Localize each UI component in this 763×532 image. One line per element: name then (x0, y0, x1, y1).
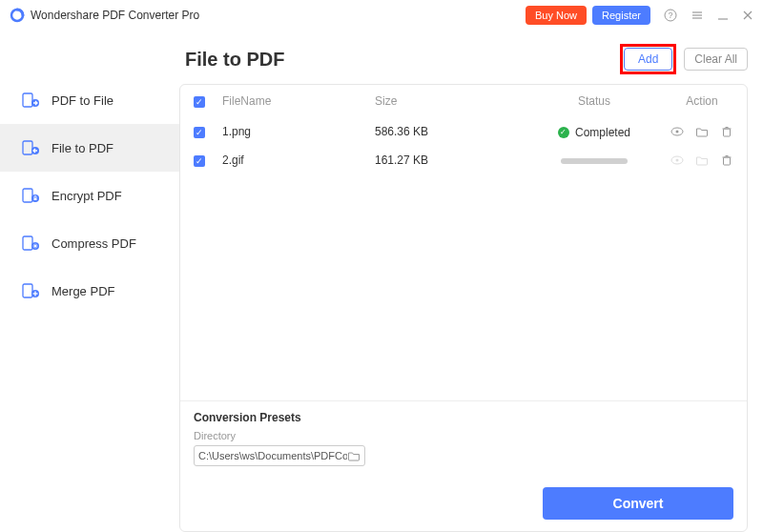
app-logo-icon (10, 8, 25, 23)
col-status: Status (518, 94, 670, 108)
main-header: File to PDF Add Clear All (179, 31, 748, 84)
table-row: 1.png 586.36 KB Completed (180, 117, 747, 146)
svg-rect-18 (23, 284, 32, 297)
row-status: Completed (518, 124, 670, 139)
conversion-presets: Conversion Presets Directory C:\Users\ws… (180, 400, 747, 476)
page-title: File to PDF (185, 49, 620, 71)
encrypt-pdf-icon (21, 186, 40, 205)
main-panel: File to PDF Add Clear All FileName Size … (179, 31, 763, 532)
sidebar: PDF to File File to PDF Encrypt PDF Comp… (0, 31, 179, 532)
sidebar-item-pdf-to-file[interactable]: PDF to File (0, 76, 179, 124)
presets-title: Conversion Presets (194, 411, 733, 424)
titlebar: Wondershare PDF Converter Pro Buy Now Re… (0, 0, 763, 31)
svg-text:?: ? (668, 10, 672, 20)
convert-button[interactable]: Convert (543, 487, 733, 520)
sidebar-item-encrypt-pdf[interactable]: Encrypt PDF (0, 172, 179, 219)
app-window: Wondershare PDF Converter Pro Buy Now Re… (0, 0, 763, 532)
row-size: 161.27 KB (375, 153, 518, 167)
app-title: Wondershare PDF Converter Pro (31, 9, 199, 22)
svg-rect-13 (23, 189, 32, 202)
register-button[interactable]: Register (592, 6, 650, 25)
preview-icon[interactable] (670, 125, 684, 138)
delete-icon[interactable] (720, 153, 733, 167)
svg-point-28 (676, 159, 679, 162)
close-icon[interactable] (742, 10, 753, 21)
empty-area (180, 174, 747, 400)
add-button[interactable]: Add (624, 48, 672, 71)
file-to-pdf-icon (21, 138, 40, 157)
col-filename: FileName (222, 94, 375, 108)
directory-value: C:\Users\ws\Documents\PDFConvert (198, 450, 347, 461)
sidebar-item-label: Encrypt PDF (52, 189, 122, 203)
progress-bar (561, 158, 628, 164)
convert-bar: Convert (180, 476, 747, 531)
sidebar-item-label: File to PDF (52, 141, 113, 155)
row-checkbox[interactable] (194, 155, 205, 167)
add-button-highlight: Add (620, 44, 676, 74)
pdf-to-file-icon (21, 91, 40, 110)
sidebar-item-label: PDF to File (52, 93, 113, 108)
row-size: 586.36 KB (375, 125, 518, 138)
svg-rect-29 (724, 157, 731, 165)
sidebar-item-label: Merge PDF (52, 284, 114, 298)
buy-now-button[interactable]: Buy Now (526, 6, 587, 25)
svg-rect-24 (724, 129, 731, 136)
delete-icon[interactable] (720, 125, 733, 138)
help-icon[interactable]: ? (664, 9, 677, 22)
row-filename: 1.png (222, 125, 375, 138)
svg-rect-15 (34, 198, 37, 201)
row-status (518, 153, 670, 167)
sidebar-item-label: Compress PDF (52, 236, 136, 251)
svg-rect-9 (23, 93, 32, 107)
svg-rect-11 (23, 141, 32, 154)
clear-all-button[interactable]: Clear All (684, 48, 748, 71)
directory-label: Directory (194, 430, 733, 441)
minimize-icon[interactable] (717, 10, 729, 21)
sidebar-item-file-to-pdf[interactable]: File to PDF (0, 124, 179, 172)
row-filename: 2.gif (222, 153, 375, 167)
preview-icon (670, 153, 684, 167)
directory-input[interactable]: C:\Users\ws\Documents\PDFConvert (194, 445, 365, 466)
table-row: 2.gif 161.27 KB (180, 146, 747, 174)
svg-rect-16 (23, 236, 32, 250)
open-folder-icon (695, 153, 709, 167)
open-folder-icon[interactable] (695, 125, 709, 138)
svg-point-23 (676, 131, 679, 133)
browse-folder-icon[interactable] (347, 449, 361, 462)
sidebar-item-merge-pdf[interactable]: Merge PDF (0, 267, 179, 315)
row-actions (670, 153, 733, 167)
table-header: FileName Size Status Action (180, 85, 747, 117)
col-action: Action (670, 94, 733, 108)
file-panel: FileName Size Status Action 1.png 586.36… (179, 84, 748, 532)
merge-pdf-icon (21, 281, 40, 300)
status-complete-icon (558, 127, 569, 138)
sidebar-item-compress-pdf[interactable]: Compress PDF (0, 219, 179, 267)
select-all-checkbox[interactable] (194, 96, 205, 108)
row-checkbox[interactable] (194, 127, 205, 138)
menu-icon[interactable] (691, 9, 704, 22)
col-size: Size (375, 94, 518, 108)
app-body: PDF to File File to PDF Encrypt PDF Comp… (0, 31, 763, 532)
row-actions (670, 125, 733, 138)
compress-pdf-icon (21, 234, 40, 253)
